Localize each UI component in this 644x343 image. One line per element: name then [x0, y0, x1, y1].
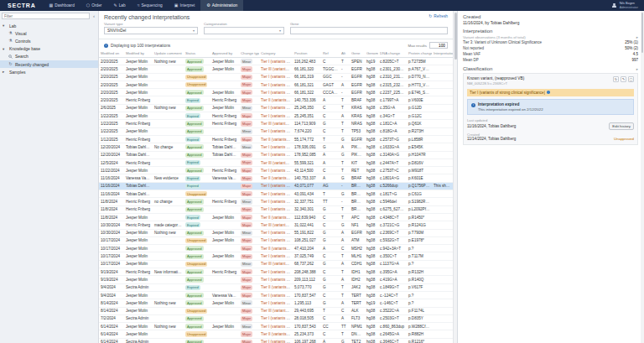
table-row[interactable]: 7/2/2024Sectra AdminApprovedMajorTier I … [99, 314, 453, 322]
sidebar-item-search[interactable]: Search [0, 53, 98, 60]
cell-protein-change: p.E1978* [407, 236, 432, 244]
column-header[interactable]: Protein change [407, 50, 432, 58]
table-row[interactable]: 12/5/2024Henric FribergExpiredMajorTier … [99, 159, 453, 166]
cell-update-comment [153, 314, 184, 322]
table-row[interactable]: 12/20/2024Tobias DahlbergApprovedTobias … [99, 151, 453, 159]
change-type-badge: Major [241, 277, 252, 282]
nav-item-order[interactable]: ⬡Order [80, 0, 108, 11]
table-row[interactable]: 10/17/2024Jesper MolinUnapprovedJesper M… [99, 236, 453, 244]
table-row[interactable]: 11/8/2024Henric Fribergno changeApproved… [99, 198, 453, 205]
table-row[interactable]: 10/17/2024Jesper MolinUnapprovedMinorTie… [99, 260, 453, 268]
nav-item-lab[interactable]: ✎Lab [107, 0, 131, 11]
table-row[interactable]: 9/4/2024Sectra AdminExpiredMajorTier II … [99, 283, 453, 291]
table-row[interactable]: 9/4/2024Jesper MolinApprovedVanessa Vari… [99, 291, 453, 299]
column-header[interactable]: Update comment [153, 50, 184, 58]
expand-icon[interactable]: ▸ [636, 35, 638, 39]
table-row[interactable]: 6/14/2024Jesper MolinNothing newApproved… [99, 323, 453, 330]
table-row[interactable]: 2/20/2025Jesper MolinApprovedJesper Moli… [99, 65, 453, 73]
table-row[interactable]: 9/19/2024Henric FribergNew informationAp… [99, 268, 453, 276]
table-row[interactable]: 10/30/2024Jesper MolinNothing newApprove… [99, 229, 453, 236]
sidebar-group-lab[interactable]: ▾ Lab [0, 22, 98, 29]
table-row[interactable]: 2/6/2025Jesper MolinNothing newApprovedJ… [99, 104, 453, 112]
table-row[interactable]: 1/12/2025Henric FribergExpiredHenric Fri… [99, 135, 453, 143]
collapse-sidebar-button[interactable]: ‹ [91, 13, 96, 18]
sidebar-item-recently-changed[interactable]: ↻ Recently changed [0, 60, 98, 68]
cell-alt: G [340, 135, 350, 143]
sidebar-group-knowledge-base[interactable]: ▾ Knowledge base [0, 45, 98, 53]
table-row[interactable]: 8/14/2024Jesper MolinNothing newApproved… [99, 299, 453, 307]
cell-position: 32,337,751 [293, 198, 321, 205]
column-header[interactable]: Position [293, 50, 321, 58]
cell-interpretation [432, 120, 453, 127]
table-row[interactable]: 2/20/2025Jesper MolinUnapprovedMajorTier… [99, 81, 453, 88]
sidebar-group-samples[interactable]: ▸ Samples [0, 68, 98, 75]
table-row[interactable]: 11/16/2024Vanessa VariantNew evidenceExp… [99, 174, 453, 182]
cell-status: Unapproved [184, 236, 210, 244]
column-header[interactable]: Change type [239, 50, 259, 58]
table-row[interactable]: 2/20/2025Henric FribergExpiredHenric Fri… [99, 96, 453, 104]
nav-item-administration[interactable]: ⚙Administration [200, 0, 243, 11]
table-row[interactable]: 2/20/2025Jesper MolinApprovedJesper Moli… [99, 89, 453, 96]
column-header[interactable]: DNA change [378, 50, 407, 58]
open-icon[interactable]: ▢ [628, 76, 634, 82]
max-results-input[interactable] [429, 42, 448, 49]
table-row[interactable]: 1/22/2025Henric FribergApprovedHenric Fr… [99, 120, 453, 127]
table-row[interactable]: 6/14/2024Sectra AdminApprovedMajorTier I… [99, 338, 453, 343]
table-row[interactable]: 6/14/2024Jesper MolinUnapprovedMajorTier… [99, 330, 453, 338]
column-header[interactable]: Alt [340, 50, 350, 58]
user-menu[interactable]: Nils Bogen Administrator [606, 0, 644, 11]
status-badge: Expired [185, 285, 200, 290]
change-type-badge: Major [241, 168, 252, 173]
sidebar-item-controls[interactable]: ⚗ Controls [0, 37, 98, 44]
column-header[interactable]: Status [184, 50, 210, 58]
cell-status: Approved [184, 338, 210, 343]
column-header[interactable]: Ref [321, 50, 340, 58]
edit-history-button[interactable]: Edit history [609, 122, 634, 130]
panel-scrollbar[interactable] [641, 11, 644, 343]
sidebar-item-visual[interactable]: ⚗ Visual [0, 29, 98, 37]
nav-item-dashboard[interactable]: ▦Dashboard [44, 0, 80, 11]
column-header[interactable]: Category [259, 50, 293, 58]
table-row[interactable]: 11/8/2024Henric FribergApprovedMajorTier… [99, 205, 453, 213]
table-row[interactable]: 10/17/2024Jesper MolinApprovedJesper Mol… [99, 252, 453, 260]
scrollbar-thumb[interactable] [641, 13, 644, 53]
table-row[interactable]: 12/20/2024Tobias DahlbergNo changeApprov… [99, 143, 453, 151]
table-row[interactable]: 1/22/2025Jesper MolinExpiredHenric Fribe… [99, 112, 453, 120]
variant-type-select[interactable]: SNV/InDel ▾ [104, 27, 198, 34]
table-row[interactable]: 8/14/2024Jesper MolinUnapprovedMajorTier… [99, 307, 453, 314]
table-row[interactable]: 11/16/2024Tobias DahlbergUnapprovedMajor… [99, 190, 453, 198]
expand-icon[interactable]: ▸ [636, 67, 638, 71]
table-row[interactable]: 10/30/2024Henric Fribergmade categorizat… [99, 221, 453, 229]
table-row[interactable]: 9/19/2024Jesper MolinApprovedMajorTier I… [99, 276, 453, 283]
edit-icon[interactable]: ✎ [621, 76, 626, 82]
cell-modified-on: 2/20/2025 [99, 58, 124, 65]
column-header[interactable]: Approved by [210, 50, 239, 58]
table-row[interactable]: 2/20/2025Jesper MolinNothing newApproved… [99, 58, 453, 65]
table-row[interactable]: 11/22/2024Jesper MolinApprovedHenric Fri… [99, 167, 453, 174]
table-row[interactable]: 10/17/2024Jesper MolinApprovedMajorTier … [99, 245, 453, 252]
nav-item-interpret[interactable]: ▣Interpret [169, 0, 201, 11]
cell-position: 208,248,388 [293, 268, 321, 276]
cell-alt: T [340, 58, 350, 65]
refresh-button[interactable]: ↻ Refresh [428, 14, 448, 18]
table-row[interactable]: 11/16/2024Tobias DahlbergExpiredMajorTie… [99, 182, 453, 190]
cell-dna-change: c.2503G>T [378, 314, 407, 322]
cell-update-comment [153, 330, 184, 338]
gene-input[interactable] [290, 27, 448, 34]
category-text: Tier I (variants of strong clinical sign… [261, 278, 293, 282]
column-header[interactable]: Interpretation [432, 50, 453, 58]
cell-approved-by [210, 221, 239, 229]
column-header[interactable]: Modified on [99, 50, 124, 58]
cell-interpretation [432, 198, 453, 205]
categorization-select[interactable]: ▾ [204, 27, 284, 34]
history-icon[interactable]: ↻ [613, 76, 619, 82]
column-header[interactable]: Genome [365, 50, 378, 58]
column-header[interactable]: Gene [350, 50, 365, 58]
sidebar-filter-input[interactable] [2, 13, 90, 19]
table-row[interactable]: 11/8/2024Jesper MolinExpiredJesper Molin… [99, 213, 453, 221]
column-header[interactable]: Modified by [124, 50, 153, 58]
nav-item-sequencing[interactable]: ≈Sequencing [132, 0, 169, 11]
cell-dna-change: c.-124C>T [378, 291, 407, 299]
table-row[interactable]: 2/20/2025Jesper MolinUnapprovedMajorTier… [99, 73, 453, 81]
table-row[interactable]: 1/22/2025Jesper MolinApprovedMinorTier I… [99, 127, 453, 135]
